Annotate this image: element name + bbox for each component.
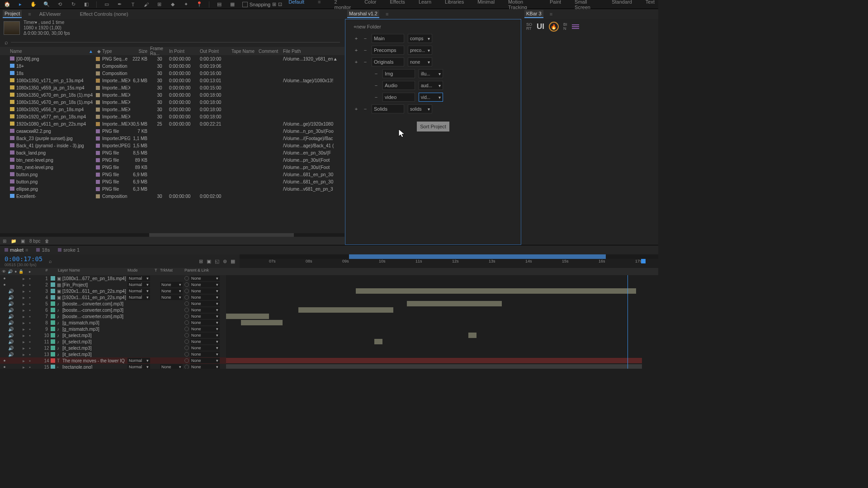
col-name[interactable]: Name▲ [10, 49, 96, 54]
blend-mode-select[interactable]: Normal▾ [127, 288, 150, 294]
project-row[interactable]: btn_next-level.pngPNG file89 KB/Volume..… [0, 164, 344, 171]
zoom-tool-icon[interactable]: 🔍 [43, 1, 50, 8]
add-button[interactable]: + [354, 106, 359, 112]
comp-icon[interactable]: ▣ [207, 258, 211, 264]
layer-track[interactable] [226, 282, 658, 288]
shy-icon[interactable]: ◱ [215, 258, 219, 264]
frame-blend-icon[interactable]: ▦ [231, 258, 235, 264]
layer-switch[interactable]: ▪ [27, 352, 33, 357]
col-comment[interactable]: Comment [259, 49, 283, 54]
camera-tool-icon[interactable]: ◧ [83, 1, 90, 8]
layer-track[interactable] [226, 294, 658, 300]
project-row[interactable]: btn_next-level.pngPNG file89 KB/Volume..… [0, 156, 344, 164]
label-swatch[interactable] [51, 295, 57, 300]
visibility-toggle[interactable]: ● [2, 365, 7, 369]
layer-switch[interactable]: ▪ [27, 358, 33, 363]
trkmat-select[interactable]: None▾ [160, 282, 183, 287]
workspace-color[interactable]: Color [364, 0, 376, 10]
label-swatch[interactable] [51, 358, 57, 363]
layer-clip[interactable] [226, 364, 642, 369]
label-swatch[interactable] [51, 365, 57, 369]
remove-button[interactable]: − [373, 94, 379, 100]
visibility-toggle[interactable]: ● [2, 358, 7, 363]
add-button[interactable]: + [354, 59, 359, 65]
folder-type-select[interactable]: comps▾ [408, 34, 432, 43]
workspace-small-screen[interactable]: Small Screen [575, 0, 598, 10]
remove-button[interactable]: − [363, 59, 368, 65]
folder-type-select[interactable]: preco...▾ [408, 46, 432, 55]
project-row[interactable]: 1080x1350_v670_en_pn_18s (1).mp4Importe.… [0, 99, 344, 106]
layer-track[interactable] [226, 307, 658, 313]
twirl-icon[interactable]: ▸ [21, 308, 26, 313]
workspace-menu-icon[interactable]: ≡ [318, 0, 321, 10]
layer-row[interactable]: ●▸▪1▣[1080x1...677_en_pn_18s.mp4]Normal▾… [0, 275, 658, 282]
layer-switch[interactable]: ▪ [27, 314, 33, 319]
label-swatch[interactable] [51, 282, 57, 287]
folder-name-input[interactable] [382, 69, 415, 78]
layer-switch[interactable]: ▪ [27, 289, 33, 294]
twirl-icon[interactable]: ▸ [21, 282, 26, 287]
layer-name[interactable]: [1920x1...611_en_pn_22s.mp4] [62, 289, 127, 294]
twirl-icon[interactable]: ▸ [21, 289, 26, 294]
layer-track[interactable] [226, 326, 658, 332]
visibility-toggle[interactable]: ● [2, 276, 7, 281]
audio-toggle[interactable]: 🔊 [8, 320, 14, 325]
layer-row[interactable]: 🔊▸▪11♪[it_select.mp3]None▾ [0, 338, 658, 345]
tab-aeviewer[interactable]: AEViewer [38, 10, 63, 18]
project-row[interactable]: Back_23 (purple sunset).jpgImporterJPEG1… [0, 135, 344, 142]
project-row[interactable]: back_land.pngPNG file8,5 MB/Volume...en_… [0, 149, 344, 156]
hand-tool-icon[interactable]: ✋ [30, 1, 37, 8]
remove-button[interactable]: − [363, 106, 368, 112]
twirl-icon[interactable]: ▸ [21, 327, 26, 332]
bpc-label[interactable]: 8 bpc [29, 239, 40, 244]
layer-name[interactable]: [1920x1...611_en_pn_22s.mp4] [62, 295, 127, 300]
layer-track[interactable] [226, 319, 658, 326]
col-tape[interactable]: Tape Name [231, 49, 259, 54]
project-row[interactable]: 18+Composition300:00:00:000:00:19:06 [0, 62, 344, 70]
layer-row[interactable]: 🔊▸▪12♪[it_select.mp3]None▾ [0, 345, 658, 351]
label-swatch[interactable] [96, 100, 102, 104]
panel-menu-icon[interactable]: ≡ [550, 11, 552, 17]
layer-name[interactable]: [g_mismatch.mp3] [62, 320, 127, 325]
workspace-libraries[interactable]: Libraries [445, 0, 464, 10]
layer-track[interactable] [226, 357, 658, 364]
clone-tool-icon[interactable]: ⊞ [156, 1, 163, 8]
layer-switch[interactable]: ▪ [27, 339, 33, 344]
new-folder-icon[interactable]: 📁 [11, 239, 16, 244]
parent-select[interactable]: None▾ [190, 282, 220, 287]
parent-select[interactable]: None▾ [190, 339, 220, 344]
label-swatch[interactable] [96, 122, 102, 126]
label-swatch[interactable] [96, 86, 102, 90]
layer-row[interactable]: ●▸▪14TThe more moves - the lower IQNorma… [0, 357, 658, 364]
timeline-tab-sroke 1[interactable]: sroke 1 [58, 247, 80, 253]
layer-row[interactable]: ●▸▪15▫[rectangle.png]Normal▾None▾None▾ [0, 364, 658, 369]
layer-clip[interactable] [356, 288, 636, 294]
tab-effect-controls[interactable]: Effect Controls (none) [78, 10, 130, 18]
layer-name[interactable]: [it_select.mp3] [62, 333, 127, 338]
project-row[interactable]: 1080x1920_v656_fr_pn_18s.mp4Importe...ME… [0, 106, 344, 113]
project-row[interactable]: Excellent-Composition300:00:00:000:00:02… [0, 192, 344, 200]
twirl-icon[interactable]: ▸ [21, 339, 26, 344]
label-swatch[interactable] [96, 64, 102, 68]
audio-toggle[interactable]: 🔊 [8, 289, 14, 294]
folder-name-input[interactable] [372, 46, 404, 55]
twirl-icon[interactable]: ▸ [21, 352, 26, 357]
twirl-icon[interactable]: ▸ [21, 365, 26, 369]
pickwhip-icon[interactable] [184, 314, 189, 319]
selection-tool-icon[interactable]: ▸ [17, 1, 24, 8]
comp-thumbnail[interactable] [4, 21, 20, 35]
parent-select[interactable]: None▾ [190, 352, 220, 357]
timecode[interactable]: 0:00:17:05 [5, 255, 42, 263]
new-folder-link[interactable]: +new Folder [354, 24, 513, 29]
twirl-icon[interactable]: ▸ [21, 314, 26, 319]
label-swatch[interactable] [51, 320, 57, 325]
parent-select[interactable]: None▾ [190, 288, 220, 294]
pickwhip-icon[interactable] [184, 289, 189, 293]
label-swatch[interactable] [96, 173, 102, 177]
layer-name[interactable]: [booste...-converter.com].mp3] [62, 308, 127, 313]
pickwhip-icon[interactable] [184, 352, 189, 357]
layer-track[interactable] [226, 313, 658, 319]
layer-switch[interactable]: ▪ [27, 320, 33, 325]
folder-name-input[interactable] [372, 104, 404, 113]
interpret-icon[interactable]: ⊞ [3, 239, 6, 244]
